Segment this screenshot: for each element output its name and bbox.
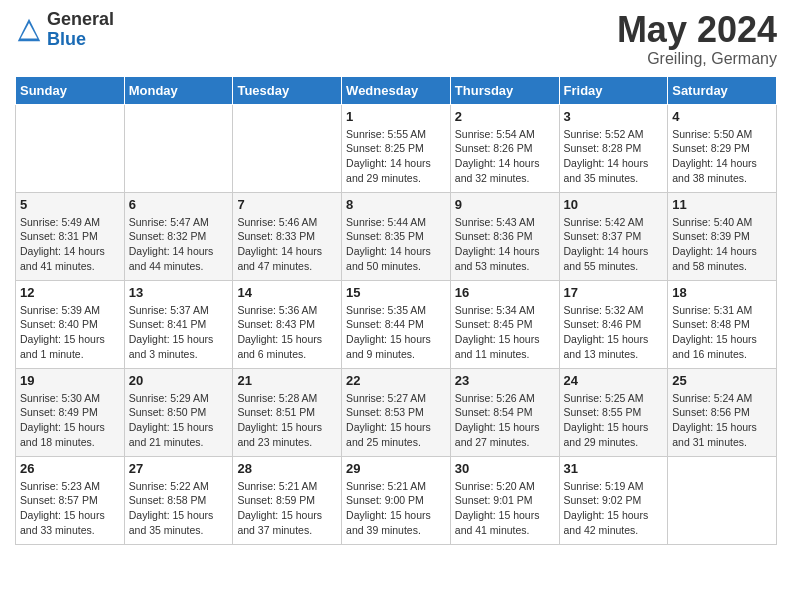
header-cell-monday: Monday [124, 76, 233, 104]
day-info: Sunrise: 5:31 AM Sunset: 8:48 PM Dayligh… [672, 303, 772, 362]
header-cell-thursday: Thursday [450, 76, 559, 104]
calendar-cell: 1Sunrise: 5:55 AM Sunset: 8:25 PM Daylig… [342, 104, 451, 192]
day-info: Sunrise: 5:42 AM Sunset: 8:37 PM Dayligh… [564, 215, 664, 274]
day-number: 27 [129, 461, 229, 476]
calendar-body: 1Sunrise: 5:55 AM Sunset: 8:25 PM Daylig… [16, 104, 777, 544]
calendar-cell: 3Sunrise: 5:52 AM Sunset: 8:28 PM Daylig… [559, 104, 668, 192]
day-info: Sunrise: 5:34 AM Sunset: 8:45 PM Dayligh… [455, 303, 555, 362]
week-row-5: 26Sunrise: 5:23 AM Sunset: 8:57 PM Dayli… [16, 456, 777, 544]
day-number: 1 [346, 109, 446, 124]
calendar-cell: 31Sunrise: 5:19 AM Sunset: 9:02 PM Dayli… [559, 456, 668, 544]
day-info: Sunrise: 5:52 AM Sunset: 8:28 PM Dayligh… [564, 127, 664, 186]
day-info: Sunrise: 5:24 AM Sunset: 8:56 PM Dayligh… [672, 391, 772, 450]
calendar-cell: 10Sunrise: 5:42 AM Sunset: 8:37 PM Dayli… [559, 192, 668, 280]
calendar-cell: 14Sunrise: 5:36 AM Sunset: 8:43 PM Dayli… [233, 280, 342, 368]
day-number: 23 [455, 373, 555, 388]
week-row-3: 12Sunrise: 5:39 AM Sunset: 8:40 PM Dayli… [16, 280, 777, 368]
day-number: 5 [20, 197, 120, 212]
calendar-cell: 15Sunrise: 5:35 AM Sunset: 8:44 PM Dayli… [342, 280, 451, 368]
day-number: 20 [129, 373, 229, 388]
calendar-cell: 6Sunrise: 5:47 AM Sunset: 8:32 PM Daylig… [124, 192, 233, 280]
calendar-cell [233, 104, 342, 192]
day-number: 22 [346, 373, 446, 388]
calendar-cell: 20Sunrise: 5:29 AM Sunset: 8:50 PM Dayli… [124, 368, 233, 456]
logo-general-text: General [47, 10, 114, 30]
day-number: 18 [672, 285, 772, 300]
calendar-cell: 29Sunrise: 5:21 AM Sunset: 9:00 PM Dayli… [342, 456, 451, 544]
day-number: 2 [455, 109, 555, 124]
day-info: Sunrise: 5:28 AM Sunset: 8:51 PM Dayligh… [237, 391, 337, 450]
calendar-cell: 19Sunrise: 5:30 AM Sunset: 8:49 PM Dayli… [16, 368, 125, 456]
day-info: Sunrise: 5:46 AM Sunset: 8:33 PM Dayligh… [237, 215, 337, 274]
calendar-cell: 21Sunrise: 5:28 AM Sunset: 8:51 PM Dayli… [233, 368, 342, 456]
calendar-cell: 30Sunrise: 5:20 AM Sunset: 9:01 PM Dayli… [450, 456, 559, 544]
day-number: 4 [672, 109, 772, 124]
calendar-cell: 8Sunrise: 5:44 AM Sunset: 8:35 PM Daylig… [342, 192, 451, 280]
calendar-cell: 5Sunrise: 5:49 AM Sunset: 8:31 PM Daylig… [16, 192, 125, 280]
calendar-cell: 22Sunrise: 5:27 AM Sunset: 8:53 PM Dayli… [342, 368, 451, 456]
calendar-table: SundayMondayTuesdayWednesdayThursdayFrid… [15, 76, 777, 545]
day-info: Sunrise: 5:35 AM Sunset: 8:44 PM Dayligh… [346, 303, 446, 362]
logo-blue-text: Blue [47, 30, 114, 50]
day-info: Sunrise: 5:22 AM Sunset: 8:58 PM Dayligh… [129, 479, 229, 538]
day-info: Sunrise: 5:55 AM Sunset: 8:25 PM Dayligh… [346, 127, 446, 186]
day-info: Sunrise: 5:30 AM Sunset: 8:49 PM Dayligh… [20, 391, 120, 450]
day-number: 25 [672, 373, 772, 388]
calendar-cell: 24Sunrise: 5:25 AM Sunset: 8:55 PM Dayli… [559, 368, 668, 456]
calendar-cell: 9Sunrise: 5:43 AM Sunset: 8:36 PM Daylig… [450, 192, 559, 280]
calendar-cell: 7Sunrise: 5:46 AM Sunset: 8:33 PM Daylig… [233, 192, 342, 280]
week-row-1: 1Sunrise: 5:55 AM Sunset: 8:25 PM Daylig… [16, 104, 777, 192]
day-number: 19 [20, 373, 120, 388]
header-cell-tuesday: Tuesday [233, 76, 342, 104]
day-info: Sunrise: 5:27 AM Sunset: 8:53 PM Dayligh… [346, 391, 446, 450]
day-number: 28 [237, 461, 337, 476]
header-cell-saturday: Saturday [668, 76, 777, 104]
day-number: 15 [346, 285, 446, 300]
day-number: 24 [564, 373, 664, 388]
day-number: 9 [455, 197, 555, 212]
day-info: Sunrise: 5:21 AM Sunset: 8:59 PM Dayligh… [237, 479, 337, 538]
day-info: Sunrise: 5:40 AM Sunset: 8:39 PM Dayligh… [672, 215, 772, 274]
logo-icon [15, 16, 43, 44]
calendar-cell [16, 104, 125, 192]
day-number: 21 [237, 373, 337, 388]
day-number: 11 [672, 197, 772, 212]
day-info: Sunrise: 5:21 AM Sunset: 9:00 PM Dayligh… [346, 479, 446, 538]
day-number: 31 [564, 461, 664, 476]
day-info: Sunrise: 5:25 AM Sunset: 8:55 PM Dayligh… [564, 391, 664, 450]
day-number: 14 [237, 285, 337, 300]
calendar-cell: 25Sunrise: 5:24 AM Sunset: 8:56 PM Dayli… [668, 368, 777, 456]
day-number: 12 [20, 285, 120, 300]
day-number: 13 [129, 285, 229, 300]
calendar-location: Greiling, Germany [617, 50, 777, 68]
day-number: 7 [237, 197, 337, 212]
logo: General Blue [15, 10, 114, 50]
title-block: May 2024 Greiling, Germany [617, 10, 777, 68]
day-number: 16 [455, 285, 555, 300]
calendar-cell: 16Sunrise: 5:34 AM Sunset: 8:45 PM Dayli… [450, 280, 559, 368]
calendar-cell: 4Sunrise: 5:50 AM Sunset: 8:29 PM Daylig… [668, 104, 777, 192]
calendar-cell: 11Sunrise: 5:40 AM Sunset: 8:39 PM Dayli… [668, 192, 777, 280]
week-row-4: 19Sunrise: 5:30 AM Sunset: 8:49 PM Dayli… [16, 368, 777, 456]
day-info: Sunrise: 5:26 AM Sunset: 8:54 PM Dayligh… [455, 391, 555, 450]
day-number: 8 [346, 197, 446, 212]
page-header: General Blue May 2024 Greiling, Germany [15, 10, 777, 68]
calendar-cell: 26Sunrise: 5:23 AM Sunset: 8:57 PM Dayli… [16, 456, 125, 544]
day-number: 26 [20, 461, 120, 476]
header-row: SundayMondayTuesdayWednesdayThursdayFrid… [16, 76, 777, 104]
header-cell-sunday: Sunday [16, 76, 125, 104]
day-number: 29 [346, 461, 446, 476]
calendar-cell: 17Sunrise: 5:32 AM Sunset: 8:46 PM Dayli… [559, 280, 668, 368]
day-info: Sunrise: 5:50 AM Sunset: 8:29 PM Dayligh… [672, 127, 772, 186]
day-info: Sunrise: 5:23 AM Sunset: 8:57 PM Dayligh… [20, 479, 120, 538]
header-cell-friday: Friday [559, 76, 668, 104]
calendar-cell: 13Sunrise: 5:37 AM Sunset: 8:41 PM Dayli… [124, 280, 233, 368]
day-number: 17 [564, 285, 664, 300]
day-info: Sunrise: 5:44 AM Sunset: 8:35 PM Dayligh… [346, 215, 446, 274]
calendar-cell: 2Sunrise: 5:54 AM Sunset: 8:26 PM Daylig… [450, 104, 559, 192]
day-info: Sunrise: 5:32 AM Sunset: 8:46 PM Dayligh… [564, 303, 664, 362]
day-number: 10 [564, 197, 664, 212]
day-info: Sunrise: 5:49 AM Sunset: 8:31 PM Dayligh… [20, 215, 120, 274]
calendar-cell [124, 104, 233, 192]
day-info: Sunrise: 5:36 AM Sunset: 8:43 PM Dayligh… [237, 303, 337, 362]
